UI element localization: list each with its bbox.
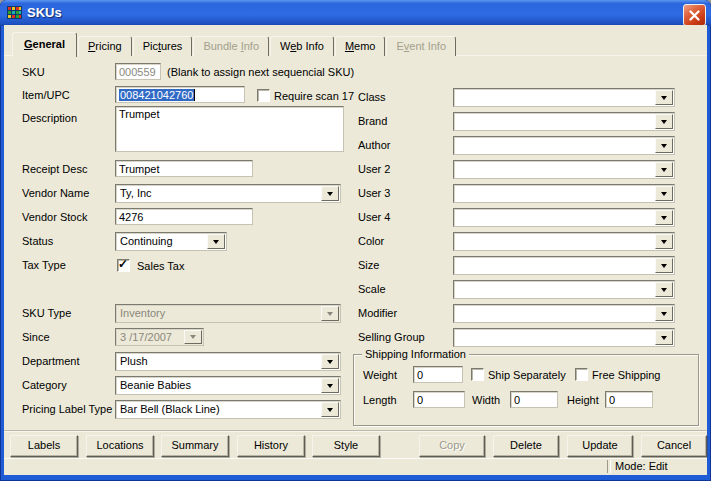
length-input[interactable]: [413, 391, 465, 408]
close-button[interactable]: [683, 4, 706, 26]
class-label: Class: [358, 91, 386, 103]
dropdown-arrow-icon[interactable]: [321, 186, 339, 201]
sku-type-select: Inventory: [115, 304, 341, 323]
dropdown-arrow-icon[interactable]: [321, 378, 339, 393]
vendor-name-value: Ty, Inc: [120, 187, 152, 199]
locations-button[interactable]: Locations: [86, 435, 154, 457]
tab-memo[interactable]: Memo: [335, 36, 386, 56]
class-select[interactable]: [453, 88, 675, 107]
pricing-label-type-value: Bar Bell (Black Line): [120, 403, 220, 415]
description-label: Description: [22, 112, 77, 124]
free-shipping-checkbox[interactable]: [575, 368, 588, 381]
sku-hint: (Blank to assign next sequencial SKU): [167, 66, 354, 78]
vendor-name-label: Vendor Name: [22, 187, 89, 199]
selling-group-label: Selling Group: [358, 331, 425, 343]
sku-type-label: SKU Type: [22, 307, 71, 319]
width-input[interactable]: [510, 391, 558, 408]
description-textarea[interactable]: Trumpet: [115, 106, 344, 152]
pricing-label-type-label: Pricing Label Type: [22, 403, 112, 415]
sku-input: [115, 63, 161, 80]
color-label: Color: [358, 235, 384, 247]
brand-select[interactable]: [453, 112, 675, 131]
user2-label: User 2: [358, 163, 390, 175]
shipping-group-title: Shipping Information: [362, 348, 469, 360]
require-scan-checkbox[interactable]: [257, 89, 270, 102]
vendor-name-select[interactable]: Ty, Inc: [115, 184, 341, 203]
height-input[interactable]: [605, 391, 653, 408]
dropdown-arrow-icon[interactable]: [655, 162, 673, 177]
summary-button[interactable]: Summary: [161, 435, 229, 457]
item-upc-input[interactable]: 008421042760: [115, 86, 245, 103]
size-select[interactable]: [453, 256, 675, 275]
dropdown-arrow-icon[interactable]: [321, 402, 339, 417]
weight-input[interactable]: [413, 366, 463, 383]
department-select[interactable]: Plush: [115, 352, 341, 371]
history-button[interactable]: History: [237, 435, 305, 457]
dropdown-arrow-icon[interactable]: [655, 258, 673, 273]
style-button[interactable]: Style: [312, 435, 380, 457]
tab-web-info[interactable]: Web Info: [270, 36, 334, 56]
category-label: Category: [22, 379, 67, 391]
since-select: 3 /17/2007: [115, 328, 204, 346]
scale-select[interactable]: [453, 280, 675, 299]
sales-tax-label: Sales Tax: [137, 260, 185, 272]
modifier-label: Modifier: [358, 307, 397, 319]
scale-label: Scale: [358, 283, 386, 295]
skus-window: SKUs General Pricing Pictures Bundle Inf…: [0, 0, 711, 481]
labels-button[interactable]: Labels: [10, 435, 78, 457]
department-value: Plush: [120, 355, 148, 367]
dropdown-arrow-icon[interactable]: [655, 306, 673, 321]
dropdown-arrow-icon[interactable]: [321, 354, 339, 369]
brand-label: Brand: [358, 115, 387, 127]
modifier-select[interactable]: [453, 304, 675, 323]
tab-general[interactable]: General: [12, 32, 77, 57]
tab-pricing[interactable]: Pricing: [78, 36, 132, 56]
vendor-stock-input[interactable]: [115, 208, 253, 225]
dropdown-arrow-icon[interactable]: [655, 282, 673, 297]
selling-group-select[interactable]: [453, 328, 675, 347]
length-label: Length: [363, 394, 397, 406]
item-upc-label: Item/UPC: [22, 89, 70, 101]
color-select[interactable]: [453, 232, 675, 251]
dropdown-arrow-icon: [321, 306, 339, 321]
free-shipping-label: Free Shipping: [592, 369, 661, 381]
receipt-desc-label: Receipt Desc: [22, 163, 87, 175]
department-label: Department: [22, 355, 79, 367]
sku-type-value: Inventory: [120, 307, 165, 319]
dropdown-arrow-icon[interactable]: [655, 330, 673, 345]
tax-type-label: Tax Type: [22, 259, 66, 271]
dropdown-arrow-icon[interactable]: [655, 186, 673, 201]
dropdown-arrow-icon[interactable]: [655, 114, 673, 129]
since-label: Since: [22, 331, 50, 343]
update-button[interactable]: Update: [567, 435, 633, 457]
user4-select[interactable]: [453, 208, 675, 227]
receipt-desc-input[interactable]: [115, 160, 253, 177]
ship-separately-checkbox[interactable]: [471, 368, 484, 381]
dropdown-arrow-icon[interactable]: [655, 210, 673, 225]
category-select[interactable]: Beanie Babies: [115, 376, 341, 395]
titlebar[interactable]: SKUs: [0, 0, 711, 26]
tab-event-info: Event Info: [386, 36, 456, 56]
cancel-button[interactable]: Cancel: [641, 435, 707, 457]
window-title: SKUs: [27, 5, 62, 20]
width-label: Width: [472, 394, 500, 406]
copy-button: Copy: [419, 435, 485, 457]
user2-select[interactable]: [453, 160, 675, 179]
delete-button[interactable]: Delete: [493, 435, 559, 457]
status-bar-divider: [607, 460, 611, 473]
size-label: Size: [358, 259, 379, 271]
status-select[interactable]: Continuing: [115, 232, 227, 251]
author-select[interactable]: [453, 136, 675, 155]
user3-select[interactable]: [453, 184, 675, 203]
pricing-label-type-select[interactable]: Bar Bell (Black Line): [115, 400, 341, 419]
sales-tax-checkbox[interactable]: [117, 259, 130, 272]
dropdown-arrow-icon[interactable]: [655, 234, 673, 249]
since-value: 3 /17/2007: [120, 331, 172, 343]
tab-pictures[interactable]: Pictures: [133, 36, 193, 56]
dropdown-arrow-icon[interactable]: [207, 234, 225, 249]
dropdown-arrow-icon[interactable]: [655, 138, 673, 153]
status-value: Continuing: [120, 235, 173, 247]
mode-status: Mode: Edit: [615, 460, 668, 472]
dropdown-arrow-icon: [184, 330, 202, 344]
dropdown-arrow-icon[interactable]: [655, 90, 673, 105]
